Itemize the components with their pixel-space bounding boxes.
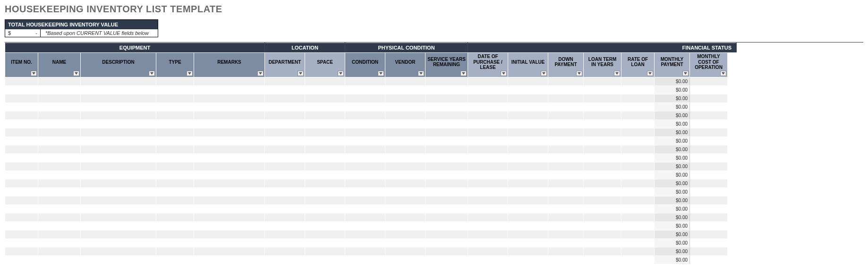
- cell[interactable]: $0.00: [655, 230, 690, 238]
- cell[interactable]: [621, 170, 655, 179]
- cell[interactable]: [584, 136, 621, 145]
- cell[interactable]: [508, 128, 548, 136]
- cell[interactable]: [468, 153, 508, 162]
- cell[interactable]: [5, 85, 38, 94]
- cell[interactable]: [584, 128, 621, 136]
- cell[interactable]: [508, 153, 548, 162]
- cell[interactable]: [548, 238, 584, 247]
- cell[interactable]: [690, 213, 728, 221]
- cell[interactable]: [156, 196, 194, 204]
- cell[interactable]: [425, 77, 468, 85]
- cell[interactable]: $0.00: [655, 153, 690, 162]
- cell[interactable]: [468, 102, 508, 111]
- cell[interactable]: [38, 179, 81, 187]
- filter-dropdown-icon[interactable]: [31, 71, 37, 76]
- cell[interactable]: [621, 230, 655, 238]
- cell[interactable]: [345, 94, 385, 102]
- cell[interactable]: [385, 94, 425, 102]
- cell[interactable]: [425, 128, 468, 136]
- cell[interactable]: [81, 94, 156, 102]
- cell[interactable]: [425, 94, 468, 102]
- cell[interactable]: [621, 204, 655, 213]
- cell[interactable]: [548, 179, 584, 187]
- cell[interactable]: [156, 162, 194, 170]
- cell[interactable]: $0.00: [655, 238, 690, 247]
- cell[interactable]: [5, 170, 38, 179]
- cell[interactable]: [690, 119, 728, 128]
- cell[interactable]: $0.00: [655, 145, 690, 153]
- cell[interactable]: [156, 170, 194, 179]
- cell[interactable]: [38, 213, 81, 221]
- cell[interactable]: [194, 145, 265, 153]
- cell[interactable]: [81, 111, 156, 119]
- cell[interactable]: [305, 255, 345, 264]
- cell[interactable]: [5, 230, 38, 238]
- cell[interactable]: [5, 111, 38, 119]
- cell[interactable]: [305, 85, 345, 94]
- cell[interactable]: [508, 77, 548, 85]
- cell[interactable]: [265, 153, 305, 162]
- cell[interactable]: [508, 179, 548, 187]
- cell[interactable]: [5, 162, 38, 170]
- cell[interactable]: [584, 119, 621, 128]
- cell[interactable]: [194, 230, 265, 238]
- cell[interactable]: [425, 136, 468, 145]
- cell[interactable]: [548, 94, 584, 102]
- cell[interactable]: [468, 162, 508, 170]
- cell[interactable]: [425, 255, 468, 264]
- cell[interactable]: [621, 179, 655, 187]
- cell[interactable]: [425, 204, 468, 213]
- filter-dropdown-icon[interactable]: [576, 71, 582, 76]
- cell[interactable]: [385, 179, 425, 187]
- cell[interactable]: [425, 213, 468, 221]
- cell[interactable]: $0.00: [655, 136, 690, 145]
- cell[interactable]: [468, 230, 508, 238]
- cell[interactable]: [508, 247, 548, 255]
- cell[interactable]: [305, 111, 345, 119]
- cell[interactable]: [38, 238, 81, 247]
- cell[interactable]: [156, 255, 194, 264]
- cell[interactable]: [584, 221, 621, 230]
- cell[interactable]: [508, 204, 548, 213]
- cell[interactable]: [468, 136, 508, 145]
- cell[interactable]: [508, 187, 548, 196]
- cell[interactable]: [425, 145, 468, 153]
- cell[interactable]: [81, 145, 156, 153]
- cell[interactable]: [5, 221, 38, 230]
- cell[interactable]: [194, 94, 265, 102]
- cell[interactable]: [5, 179, 38, 187]
- cell[interactable]: [425, 102, 468, 111]
- cell[interactable]: [156, 77, 194, 85]
- cell[interactable]: [548, 102, 584, 111]
- cell[interactable]: [305, 213, 345, 221]
- cell[interactable]: $0.00: [655, 162, 690, 170]
- cell[interactable]: [38, 102, 81, 111]
- cell[interactable]: [385, 238, 425, 247]
- filter-dropdown-icon[interactable]: [501, 71, 507, 76]
- cell[interactable]: [265, 145, 305, 153]
- cell[interactable]: [81, 128, 156, 136]
- cell[interactable]: [194, 153, 265, 162]
- cell[interactable]: [81, 187, 156, 196]
- column-header[interactable]: RATE OF LOAN: [621, 53, 655, 77]
- cell[interactable]: [345, 145, 385, 153]
- cell[interactable]: [621, 153, 655, 162]
- cell[interactable]: [548, 196, 584, 204]
- cell[interactable]: [265, 162, 305, 170]
- cell[interactable]: [38, 204, 81, 213]
- cell[interactable]: [584, 85, 621, 94]
- cell[interactable]: [690, 255, 728, 264]
- cell[interactable]: [548, 255, 584, 264]
- cell[interactable]: [194, 162, 265, 170]
- cell[interactable]: [5, 77, 38, 85]
- cell[interactable]: [156, 204, 194, 213]
- cell[interactable]: [305, 196, 345, 204]
- cell[interactable]: [468, 85, 508, 94]
- cell[interactable]: [194, 255, 265, 264]
- cell[interactable]: [194, 102, 265, 111]
- cell[interactable]: [385, 221, 425, 230]
- cell[interactable]: [265, 77, 305, 85]
- cell[interactable]: [345, 179, 385, 187]
- cell[interactable]: [156, 111, 194, 119]
- cell[interactable]: [194, 213, 265, 221]
